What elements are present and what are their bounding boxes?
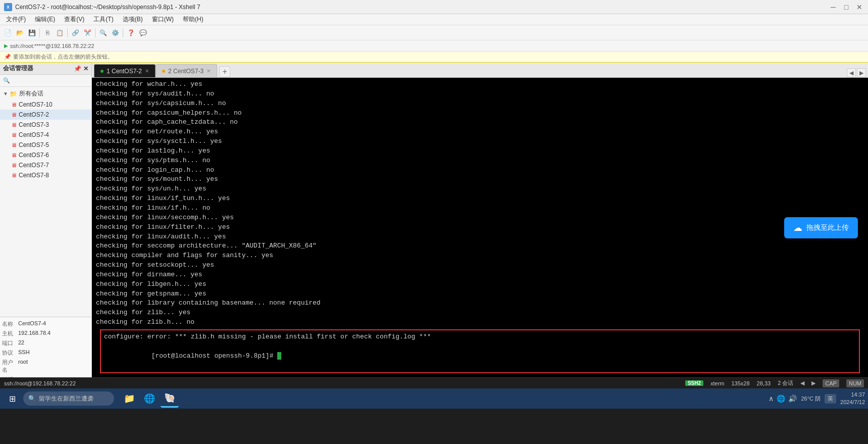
taskbar-search[interactable]: 🔍 留学生在新西兰遭袭 [23, 391, 114, 406]
session-search-input[interactable] [10, 78, 88, 84]
hint-text: 要添加到前会话，点击左侧的箭头按钮。 [13, 53, 113, 61]
taskbar-app-xshell[interactable]: 🐚 [161, 389, 179, 408]
menu-window[interactable]: 窗口(W) [148, 14, 178, 25]
title-controls: ─ □ ✕ [829, 3, 864, 12]
status-bar: ssh://root@192.168.78.22:22 SSH2 xterm 1… [0, 377, 868, 388]
tab-dot [100, 70, 104, 73]
session-panel-title: 会话管理器 [3, 64, 33, 73]
tb-connect[interactable]: 🔗 [70, 27, 81, 38]
hint-icon: 📌 [4, 54, 11, 60]
terminal-wrapper: 1 CentOS7-2 ✕ 2 CentOS7-3 ✕ + ◀ ▶ checki… [92, 63, 868, 377]
tray-network[interactable]: 🌐 [777, 394, 785, 403]
tb-find[interactable]: 🔍 [97, 27, 109, 38]
language-button[interactable]: 英 [825, 394, 836, 404]
search-text: 留学生在新西兰遭袭 [39, 394, 93, 403]
tb-save[interactable]: 💾 [26, 27, 37, 38]
menu-options[interactable]: 选项(B) [119, 14, 147, 25]
prop-host: 主机 192.168.78.4 [2, 329, 89, 338]
tb-copy[interactable]: ⎘ [42, 27, 53, 38]
clock-time: 14:37 [840, 391, 865, 399]
session-item-centos7-6[interactable]: 🖥 CentOS7-6 [0, 150, 91, 160]
new-tab-button[interactable]: + [219, 66, 230, 77]
terminal-line: checking for setsockopt... yes [96, 261, 864, 270]
session-item-centos7-8[interactable]: 🖥 CentOS7-8 [0, 170, 91, 180]
status-nav-right[interactable]: ▶ [811, 380, 815, 386]
search-icon: 🔍 [28, 395, 36, 402]
tray-sound[interactable]: 🔊 [788, 394, 797, 403]
terminal-line: checking for linux/if.h... no [96, 204, 864, 213]
status-protocol-badge: SSH2 [685, 380, 703, 386]
tree-expand-icon: ▼ [3, 91, 8, 96]
connection-bar: ▶ ssh://root:*****@192.168.78.22:22 [0, 40, 868, 52]
taskbar-app-files[interactable]: 📁 [120, 389, 138, 408]
menu-tools[interactable]: 工具(T) [89, 14, 117, 25]
terminal-line: checking for caph_cache_tzdata... no [96, 118, 864, 127]
upload-button[interactable]: ☁ 拖拽至此上传 [784, 217, 858, 238]
terminal-line: checking for dirname... yes [96, 270, 864, 280]
menu-edit[interactable]: 编辑(E) [31, 14, 59, 25]
toolbar: 📄 📂 💾 ⎘ 📋 🔗 ✂️ 🔍 ⚙️ ❓ 💬 [0, 25, 868, 40]
tab-centos7-2[interactable]: 1 CentOS7-2 ✕ [94, 64, 156, 77]
session-item-centos7-4[interactable]: 🖥 CentOS7-4 [0, 130, 91, 140]
minimize-button[interactable]: ─ [829, 3, 838, 12]
start-button[interactable]: ⊞ [3, 389, 21, 408]
tab-scroll-left[interactable]: ◀ [847, 68, 856, 77]
clock: 14:37 2024/7/12 [840, 391, 865, 407]
taskbar-app-browser[interactable]: 🌐 [140, 389, 159, 408]
terminal-line: checking for sys/audit.h... no [96, 89, 864, 99]
terminal-line: checking compiler and flags for sanity..… [96, 251, 864, 261]
tb-sep4 [123, 28, 123, 37]
session-item-centos7-7[interactable]: 🖥 CentOS7-7 [0, 160, 91, 170]
terminal-cursor [277, 352, 281, 360]
session-item-centos7-3[interactable]: 🖥 CentOS7-3 [0, 120, 91, 130]
terminal-line: checking for seccomp architecture... "AU… [96, 241, 864, 251]
tab-close-btn[interactable]: ✕ [207, 68, 211, 74]
menu-file[interactable]: 文件(F) [2, 14, 30, 25]
status-terminal: xterm [710, 380, 725, 386]
prop-name: 名称 CentOS7-4 [2, 319, 89, 329]
session-item-centos7-2[interactable]: 🖥 CentOS7-2 [0, 110, 91, 120]
tab-label: 1 CentOS7-2 [107, 68, 142, 75]
prop-user: 用户名 root [2, 358, 89, 375]
connection-icon: ▶ [4, 43, 8, 48]
maximize-button[interactable]: □ [842, 3, 851, 12]
terminal-line: checking for sys/sysctl.h... yes [96, 137, 864, 146]
tab-centos7-3[interactable]: 2 CentOS7-3 ✕ [156, 64, 217, 77]
close-button[interactable]: ✕ [855, 3, 864, 12]
server-icon: 🖥 [11, 122, 17, 128]
taskbar-right: ∧ 🌐 🔊 26°C 阴 英 14:37 2024/7/12 [769, 391, 865, 407]
content-area: 会话管理器 📌 ✕ 🔍 ▼ 📁 所有会话 🖥 CentOS7-10 🖥 Cent… [0, 63, 868, 377]
session-item-centos7-10[interactable]: 🖥 CentOS7-10 [0, 100, 91, 110]
status-nav-left[interactable]: ◀ [800, 380, 804, 386]
tb-new[interactable]: 📄 [2, 27, 13, 38]
tb-sep2 [67, 28, 68, 37]
terminal-container[interactable]: checking for wchar.h... yes checking for… [92, 78, 868, 377]
session-close-icon[interactable]: ✕ [83, 65, 88, 72]
tb-sep3 [95, 28, 95, 37]
menu-bar: 文件(F) 编辑(E) 查看(V) 工具(T) 选项(B) 窗口(W) 帮助(H… [0, 14, 868, 25]
session-item-centos7-5[interactable]: 🖥 CentOS7-5 [0, 140, 91, 150]
session-panel: 会话管理器 📌 ✕ 🔍 ▼ 📁 所有会话 🖥 CentOS7-10 🖥 Cent… [0, 63, 92, 377]
terminal-line: checking for login_cap.h... no [96, 166, 864, 175]
tab-close-btn[interactable]: ✕ [145, 68, 149, 74]
tb-about[interactable]: 💬 [137, 27, 148, 38]
tb-open[interactable]: 📂 [14, 27, 25, 38]
menu-help[interactable]: 帮助(H) [179, 14, 208, 25]
session-pin-icon[interactable]: 📌 [74, 65, 81, 72]
terminal-line: checking for sys/un.h... yes [96, 184, 864, 194]
folder-icon: 📁 [10, 90, 17, 97]
tb-help[interactable]: ❓ [125, 27, 136, 38]
tree-root-item[interactable]: ▼ 📁 所有会话 [0, 88, 91, 100]
terminal-line: checking for library containing basename… [96, 299, 864, 308]
tb-disconnect[interactable]: ✂️ [82, 27, 93, 38]
tab-bar: 1 CentOS7-2 ✕ 2 CentOS7-3 ✕ + ◀ ▶ [92, 63, 868, 78]
terminal-line: checking for lastlog.h... yes [96, 146, 864, 156]
tb-paste[interactable]: 📋 [54, 27, 65, 38]
menu-view[interactable]: 查看(V) [60, 14, 88, 25]
terminal-line: checking for linux/seccomp.h... yes [96, 213, 864, 223]
tb-settings[interactable]: ⚙️ [110, 27, 121, 38]
taskbar: ⊞ 🔍 留学生在新西兰遭袭 📁 🌐 🐚 ∧ 🌐 🔊 26°C 阴 英 14:37… [0, 388, 868, 409]
tab-scroll-right[interactable]: ▶ [857, 68, 866, 77]
tray-chevron[interactable]: ∧ [769, 394, 774, 403]
terminal-line: checking for sys/capsicum.h... no [96, 99, 864, 109]
